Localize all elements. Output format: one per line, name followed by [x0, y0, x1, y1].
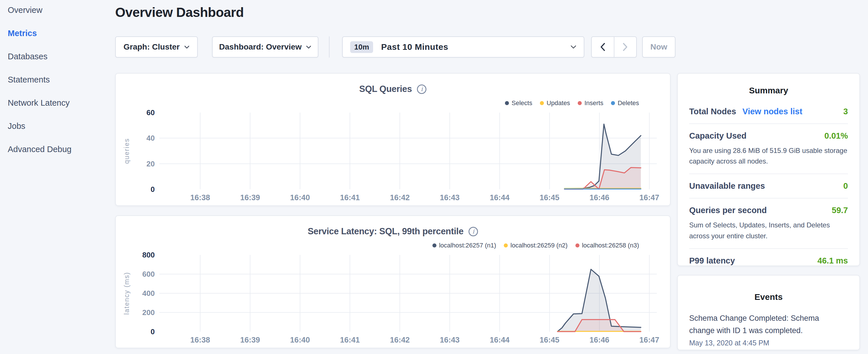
summary-title: Summary	[678, 86, 859, 95]
svg-text:16:47: 16:47	[639, 336, 659, 344]
svg-text:16:46: 16:46	[589, 336, 609, 344]
summary-row: Total NodesView nodes list3	[689, 107, 848, 123]
svg-text:latency (ms): latency (ms)	[123, 272, 130, 315]
now-button[interactable]: Now	[642, 36, 676, 58]
chevron-down-icon	[184, 45, 189, 49]
svg-text:400: 400	[143, 289, 155, 297]
svg-text:16:45: 16:45	[539, 336, 559, 344]
chart-title: Service Latency: SQL, 99th percentile	[308, 226, 464, 236]
sidebar-item-network-latency[interactable]: Network Latency	[8, 99, 115, 107]
dashboard-dropdown[interactable]: Dashboard: Overview	[212, 36, 318, 58]
legend-item[interactable]: Updates	[540, 99, 570, 107]
svg-text:200: 200	[143, 308, 155, 317]
svg-text:16:46: 16:46	[589, 193, 609, 202]
svg-text:600: 600	[143, 270, 155, 279]
summary-row-value: 0.01%	[825, 131, 848, 141]
legend-label: Updates	[547, 99, 570, 107]
summary-row-value: 0	[843, 181, 848, 191]
legend-item[interactable]: Deletes	[611, 99, 639, 107]
legend-item[interactable]: localhost:26257 (n1)	[432, 242, 496, 249]
sidebar-item-databases[interactable]: Databases	[8, 52, 115, 61]
legend-label: localhost:26259 (n2)	[510, 242, 567, 249]
legend-dot-icon	[611, 101, 615, 105]
summary-row-value: 46.1 ms	[817, 256, 848, 265]
summary-row-value: 59.7	[832, 206, 848, 215]
legend-item[interactable]: Inserts	[578, 99, 603, 107]
time-step-forward-button[interactable]	[614, 37, 637, 57]
sql-queries-card: SQL Queries i SelectsUpdatesInsertsDelet…	[115, 73, 671, 206]
graph-dropdown-label: Graph: Cluster	[124, 42, 180, 52]
sidebar-item-advanced-debug[interactable]: Advanced Debug	[8, 145, 115, 154]
legend-label: localhost:26258 (n3)	[582, 242, 639, 249]
legend-label: localhost:26257 (n1)	[439, 242, 496, 249]
events-panel: Events Schema Change Completed: Schema c…	[677, 275, 860, 350]
chart-plot-area[interactable]: 16:3816:3916:4016:4116:4216:4316:4416:45…	[116, 250, 670, 347]
summary-row-label: Unavailable ranges	[689, 181, 765, 191]
legend-dot-icon	[505, 101, 509, 105]
svg-text:60: 60	[147, 108, 155, 117]
svg-text:16:40: 16:40	[290, 336, 310, 344]
summary-rows: Total NodesView nodes list3Capacity Used…	[678, 107, 859, 273]
chevron-right-icon	[623, 43, 628, 51]
summary-row: Queries per second59.7Sum of Selects, Up…	[689, 198, 848, 248]
chart-title-row: Service Latency: SQL, 99th percentile i	[116, 226, 670, 236]
sidebar-item-statements[interactable]: Statements	[8, 75, 115, 84]
events-list: Schema Change Completed: Schema change w…	[678, 312, 859, 347]
chevron-left-icon	[600, 43, 605, 51]
summary-row-label: P99 latency	[689, 256, 735, 265]
chart-title-row: SQL Queries i	[116, 84, 670, 94]
svg-text:16:42: 16:42	[390, 336, 410, 344]
legend-item[interactable]: Selects	[505, 99, 532, 107]
legend-dot-icon	[576, 244, 580, 248]
svg-text:16:45: 16:45	[539, 193, 559, 202]
time-step-back-button[interactable]	[592, 37, 614, 57]
legend-dot-icon	[504, 244, 508, 248]
chart-legend: SelectsUpdatesInsertsDeletes	[505, 99, 639, 107]
service-latency-card: Service Latency: SQL, 99th percentile i …	[115, 215, 671, 348]
toolbar: Graph: Cluster Dashboard: Overview 10m P…	[115, 36, 676, 58]
svg-text:16:38: 16:38	[190, 336, 210, 344]
summary-row-subtext: You are using 28.6 MiB of 515.9 GiB usab…	[689, 145, 848, 166]
legend-dot-icon	[540, 101, 544, 105]
legend-item[interactable]: localhost:26259 (n2)	[504, 242, 567, 249]
svg-text:800: 800	[143, 251, 155, 259]
svg-text:0: 0	[151, 185, 155, 194]
time-range-selector[interactable]: 10m Past 10 Minutes	[342, 36, 584, 58]
chart-legend: localhost:26257 (n1)localhost:26259 (n2)…	[432, 242, 639, 249]
svg-text:16:39: 16:39	[240, 336, 260, 344]
dashboard-dropdown-label: Dashboard: Overview	[219, 42, 302, 52]
legend-dot-icon	[432, 244, 436, 248]
legend-item[interactable]: localhost:26258 (n3)	[576, 242, 639, 249]
info-icon[interactable]: i	[468, 227, 478, 236]
svg-text:16:43: 16:43	[440, 193, 460, 202]
summary-panel: Summary Total NodesView nodes list3Capac…	[677, 73, 860, 266]
sidebar-nav-list: OverviewMetricsDatabasesStatementsNetwor…	[8, 6, 115, 154]
svg-text:16:41: 16:41	[340, 193, 360, 202]
sql-queries-chart[interactable]: 16:3816:3916:4016:4116:4216:4316:4416:45…	[116, 108, 670, 204]
view-nodes-list-link[interactable]: View nodes list	[743, 107, 802, 116]
summary-row-label: Capacity Used	[689, 131, 746, 141]
sidebar-item-jobs[interactable]: Jobs	[8, 122, 115, 130]
svg-text:16:43: 16:43	[440, 336, 460, 344]
sidebar-item-metrics[interactable]: Metrics	[8, 29, 115, 37]
event-timestamp: May 13, 2020 at 4:45 PM	[689, 339, 848, 347]
svg-text:16:40: 16:40	[290, 193, 310, 202]
svg-text:16:41: 16:41	[340, 336, 360, 344]
info-icon[interactable]: i	[417, 85, 426, 94]
summary-row-subtext: Sum of Selects, Updates, Inserts, and De…	[689, 220, 848, 241]
chart-plot-area[interactable]: 16:3816:3916:4016:4116:4216:4316:4416:45…	[116, 108, 670, 205]
sidebar-item-overview[interactable]: Overview	[8, 6, 115, 14]
events-title: Events	[678, 292, 859, 302]
legend-label: Deletes	[618, 99, 639, 107]
graph-dropdown[interactable]: Graph: Cluster	[115, 36, 198, 58]
toolbar-divider	[329, 36, 330, 58]
service-latency-chart[interactable]: 16:3816:3916:4016:4116:4216:4316:4416:45…	[116, 250, 670, 346]
chart-title: SQL Queries	[359, 84, 412, 94]
sidebar: OverviewMetricsDatabasesStatementsNetwor…	[0, 0, 115, 168]
legend-dot-icon	[578, 101, 582, 105]
time-step-buttons	[591, 36, 637, 58]
svg-text:20: 20	[147, 160, 155, 168]
event-message: Schema Change Completed: Schema change w…	[689, 312, 824, 336]
svg-text:16:39: 16:39	[240, 193, 260, 202]
chevron-down-icon	[570, 45, 576, 49]
